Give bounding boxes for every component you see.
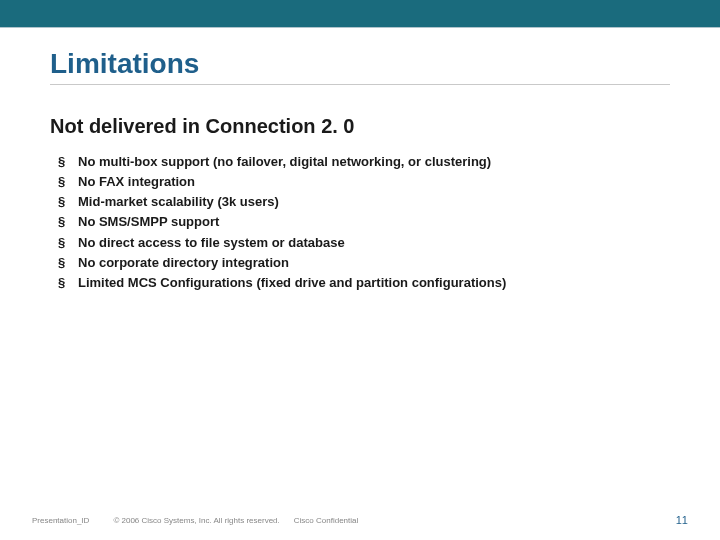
bullet-list: §No multi-box support (no failover, digi… [50,152,670,293]
list-item: §No SMS/SMPP support [58,212,670,232]
slide-title: Limitations [50,48,670,80]
presentation-id: Presentation_ID [32,516,89,525]
slide-subtitle: Not delivered in Connection 2. 0 [50,115,670,138]
slide-content: Limitations Not delivered in Connection … [0,28,720,293]
list-item: §Mid-market scalability (3k users) [58,192,670,212]
bullet-text: Mid-market scalability (3k users) [78,192,279,212]
bullet-marker: § [58,192,78,212]
list-item: §No multi-box support (no failover, digi… [58,152,670,172]
bullet-text: No direct access to file system or datab… [78,233,345,253]
bullet-marker: § [58,152,78,172]
bullet-text: Limited MCS Configurations (fixed drive … [78,273,506,293]
bullet-marker: § [58,233,78,253]
top-accent-bar [0,0,720,28]
list-item: §Limited MCS Configurations (fixed drive… [58,273,670,293]
bullet-marker: § [58,253,78,273]
bullet-marker: § [58,212,78,232]
list-item: §No FAX integration [58,172,670,192]
confidential-label: Cisco Confidential [294,516,358,525]
bullet-text: No corporate directory integration [78,253,289,273]
bullet-text: No FAX integration [78,172,195,192]
page-number: 11 [676,514,688,526]
list-item: §No corporate directory integration [58,253,670,273]
slide-footer: Presentation_ID © 2006 Cisco Systems, In… [0,514,720,526]
title-underline [50,84,670,85]
list-item: §No direct access to file system or data… [58,233,670,253]
bullet-marker: § [58,273,78,293]
bullet-text: No multi-box support (no failover, digit… [78,152,491,172]
bullet-marker: § [58,172,78,192]
copyright-text: © 2006 Cisco Systems, Inc. All rights re… [113,516,279,525]
bullet-text: No SMS/SMPP support [78,212,219,232]
